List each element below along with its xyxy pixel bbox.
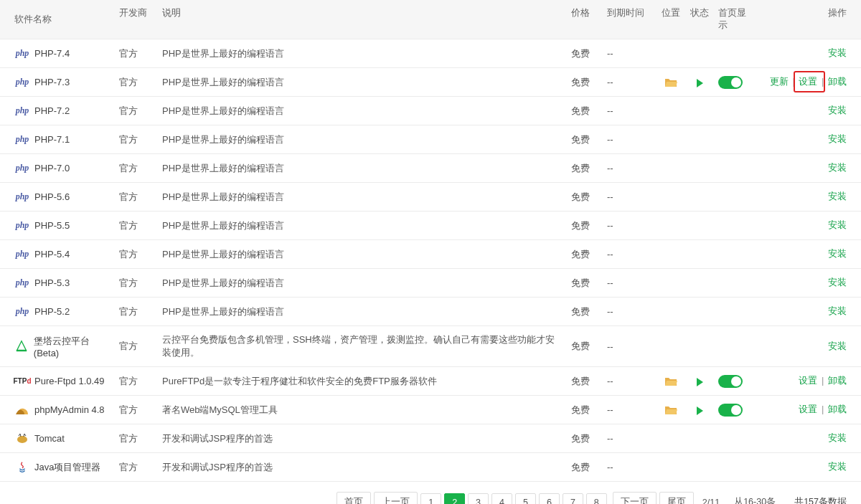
page-last[interactable]: 尾页 xyxy=(659,492,694,504)
uninstall-link[interactable]: 卸载 xyxy=(828,376,847,386)
description: PHP是世界上最好的编程语言 xyxy=(158,162,567,175)
install-link[interactable]: 安装 xyxy=(828,134,847,144)
software-name[interactable]: Java项目管理器 xyxy=(34,461,100,474)
uninstall-link[interactable]: 卸载 xyxy=(828,404,847,414)
update-link[interactable]: 更新 xyxy=(770,77,789,87)
th-name: 软件名称 xyxy=(0,7,115,32)
running-icon[interactable] xyxy=(697,79,703,87)
uninstall-link[interactable]: 卸载 xyxy=(828,77,847,87)
developer: 官方 xyxy=(115,133,158,146)
description: PHP是世界上最好的编程语言 xyxy=(158,76,567,89)
page-next[interactable]: 下一页 xyxy=(613,492,657,504)
expire-time: -- xyxy=(603,134,657,145)
expire-time: -- xyxy=(603,277,657,288)
running-icon[interactable] xyxy=(697,378,703,386)
folder-icon[interactable] xyxy=(664,77,677,87)
home-toggle[interactable] xyxy=(718,404,743,417)
software-name[interactable]: PHP-5.6 xyxy=(34,191,70,202)
price: 免费 xyxy=(567,461,603,474)
developer: 官方 xyxy=(115,191,158,204)
expire-time: -- xyxy=(603,433,657,444)
software-name[interactable]: Tomcat xyxy=(34,433,65,444)
table-row: phpPHP-5.4官方PHP是世界上最好的编程语言免费--安装 xyxy=(0,240,861,269)
expire-time: -- xyxy=(603,191,657,202)
software-name[interactable]: Pure-Ftpd 1.0.49 xyxy=(34,376,105,386)
install-link[interactable]: 安装 xyxy=(828,433,847,443)
action-cell: 安装 xyxy=(753,219,861,232)
software-name[interactable]: 堡塔云控平台(Beta) xyxy=(34,335,110,358)
software-name[interactable]: PHP-5.4 xyxy=(34,249,70,260)
price: 免费 xyxy=(567,375,603,388)
developer: 官方 xyxy=(115,47,158,60)
page-prev[interactable]: 上一页 xyxy=(374,492,418,504)
expire-time: -- xyxy=(603,306,657,317)
action-cell: 安装 xyxy=(753,341,861,353)
page-number[interactable]: 6 xyxy=(539,493,560,505)
page-number[interactable]: 2 xyxy=(444,493,465,505)
th-dev: 开发商 xyxy=(115,7,158,32)
software-name[interactable]: PHP-7.3 xyxy=(34,77,70,87)
page-total: 共157条数据 xyxy=(784,493,847,504)
folder-icon[interactable] xyxy=(664,405,677,415)
page-number[interactable]: 1 xyxy=(420,493,441,505)
pagination: 首页 上一页 12345678 下一页 尾页 2/11 从16-30条 共157… xyxy=(0,482,861,504)
expire-time: -- xyxy=(603,77,657,87)
software-name[interactable]: phpMyAdmin 4.8 xyxy=(34,404,105,415)
description: PureFTPd是一款专注于程序健壮和软件安全的免费FTP服务器软件 xyxy=(158,375,567,388)
home-toggle[interactable] xyxy=(718,76,743,89)
price: 免费 xyxy=(567,248,603,261)
action-cell: 安装 xyxy=(753,162,861,174)
state-cell xyxy=(685,404,714,415)
action-cell: 安装 xyxy=(753,47,861,60)
developer: 官方 xyxy=(115,404,158,417)
price: 免费 xyxy=(567,76,603,89)
page-number[interactable]: 5 xyxy=(515,493,536,505)
home-toggle[interactable] xyxy=(718,375,743,388)
table-row: phpPHP-5.3官方PHP是世界上最好的编程语言免费--安装 xyxy=(0,269,861,298)
software-name[interactable]: PHP-5.3 xyxy=(34,277,70,288)
th-state: 状态 xyxy=(685,7,714,32)
install-link[interactable]: 安装 xyxy=(828,48,847,58)
page-number[interactable]: 4 xyxy=(491,493,512,505)
install-link[interactable]: 安装 xyxy=(828,163,847,173)
action-cell: 安装 xyxy=(753,305,861,318)
install-link[interactable]: 安装 xyxy=(828,220,847,230)
software-name[interactable]: PHP-7.0 xyxy=(34,163,70,173)
table-row: phpPHP-5.6官方PHP是世界上最好的编程语言免费--安装 xyxy=(0,183,861,211)
settings-link[interactable]: 设置 xyxy=(799,77,817,87)
install-link[interactable]: 安装 xyxy=(828,277,847,287)
folder-icon[interactable] xyxy=(664,376,677,386)
install-link[interactable]: 安装 xyxy=(828,105,847,115)
description: 开发和调试JSP程序的首选 xyxy=(158,461,567,474)
action-cell: 安装 xyxy=(753,191,861,203)
software-name[interactable]: PHP-7.4 xyxy=(34,48,70,59)
install-link[interactable]: 安装 xyxy=(828,341,847,351)
page-range: 2/11 xyxy=(697,494,725,505)
table-row: phpMyAdmin 4.8官方著名Web端MySQL管理工具免费--设置 | … xyxy=(0,396,861,424)
page-number[interactable]: 3 xyxy=(468,493,489,505)
price: 免费 xyxy=(567,133,603,146)
install-link[interactable]: 安装 xyxy=(828,191,847,201)
page-slice: 从16-30条 xyxy=(728,493,781,504)
install-link[interactable]: 安装 xyxy=(828,462,847,472)
page-first[interactable]: 首页 xyxy=(337,492,371,504)
software-name[interactable]: PHP-5.5 xyxy=(34,220,70,231)
table-row: phpPHP-5.5官方PHP是世界上最好的编程语言免费--安装 xyxy=(0,211,861,240)
page-number[interactable]: 8 xyxy=(586,493,607,505)
description: PHP是世界上最好的编程语言 xyxy=(158,191,567,204)
action-cell: 安装 xyxy=(753,432,861,444)
home-cell xyxy=(714,404,753,417)
action-cell: 安装 xyxy=(753,133,861,146)
page-number[interactable]: 7 xyxy=(563,493,583,505)
expire-time: -- xyxy=(603,249,657,260)
svg-point-1 xyxy=(17,436,27,443)
software-name[interactable]: PHP-7.1 xyxy=(34,134,70,145)
settings-link[interactable]: 设置 xyxy=(799,376,817,386)
th-expire: 到期时间 xyxy=(603,7,657,32)
running-icon[interactable] xyxy=(697,406,703,415)
settings-link[interactable]: 设置 xyxy=(799,404,817,414)
install-link[interactable]: 安装 xyxy=(828,249,847,259)
install-link[interactable]: 安装 xyxy=(828,306,847,316)
software-name[interactable]: PHP-5.2 xyxy=(34,306,70,317)
software-name[interactable]: PHP-7.2 xyxy=(34,105,70,116)
